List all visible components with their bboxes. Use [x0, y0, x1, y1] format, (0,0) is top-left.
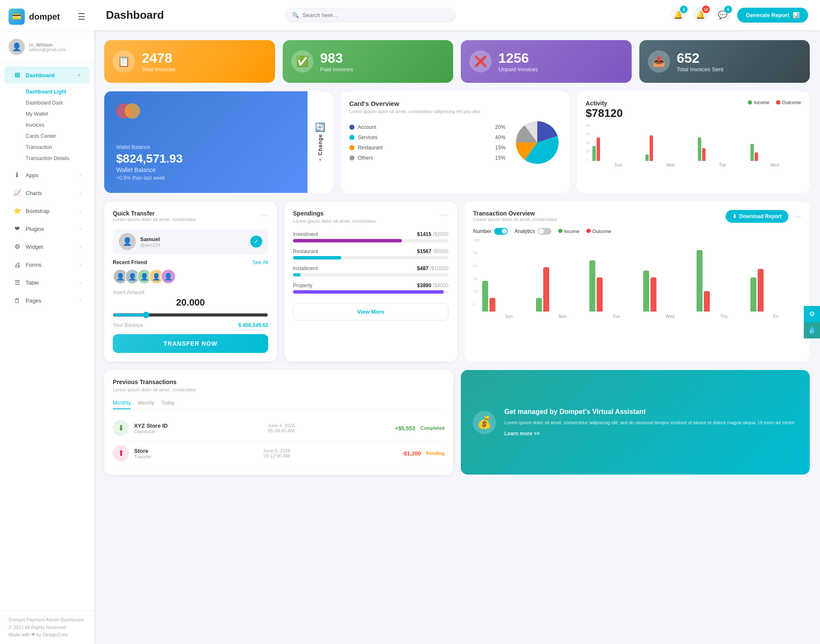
tab-monthly[interactable]: Monthly: [113, 397, 131, 409]
wallet-card: Wallet Balance $824,571.93 Wallet Balanc…: [104, 91, 333, 193]
sidebar-item-invoices[interactable]: Invoices: [21, 119, 94, 131]
transaction-date-2: June 5, 2020 09:12:00 AM: [157, 448, 397, 458]
charts-icon: 📈: [13, 189, 21, 197]
sidebar-item-dashboard-light[interactable]: Dashboard Light: [21, 86, 94, 97]
sidebar-item-plugins[interactable]: ❤ Plugins ›: [4, 220, 90, 237]
bell-badge: 12: [702, 6, 710, 13]
transaction-item-2: ⬆ Store Transfer June 5, 2020 09:12:00 A…: [113, 441, 445, 466]
bell-icon-btn[interactable]: 🔔 12: [693, 7, 708, 23]
settings-side-button[interactable]: ⚙: [804, 306, 820, 322]
transaction-overview-toggles: Number Analytics Income Outcome: [473, 228, 801, 235]
logo-text: dompet: [29, 12, 60, 22]
big-bar-labels: SunMonTueWedThuFri: [482, 314, 801, 319]
previous-transactions-title: Previous Transactions: [113, 379, 445, 385]
tab-today[interactable]: Today: [161, 397, 175, 409]
generate-report-button[interactable]: Generate Report 📊: [737, 8, 808, 23]
download-report-button[interactable]: ⬇ Download Report: [726, 210, 788, 223]
bar-group-wed: [750, 144, 801, 161]
previous-transactions-card: Previous Transactions Lorem ipsum dolor …: [104, 370, 453, 475]
wallet-card-inner: Wallet Balance $824,571.93 Wallet Balanc…: [104, 91, 308, 193]
sidebar-item-forms[interactable]: 🖨 Forms ›: [4, 256, 90, 273]
quick-transfer-menu-button[interactable]: ⋯: [261, 210, 268, 219]
sidebar-item-transaction[interactable]: Transaction: [21, 142, 94, 153]
income-legend: Income: [558, 229, 580, 234]
sidebar-item-dashboard-dark[interactable]: Dashboard Dark: [21, 97, 94, 108]
search-box[interactable]: 🔍: [285, 8, 456, 22]
analytics-toggle[interactable]: [538, 228, 551, 235]
transfer-now-button[interactable]: TRANSFER NOW: [113, 334, 268, 353]
sidebar-item-apps[interactable]: ℹ Apps ›: [4, 166, 90, 184]
amount-slider-wrap[interactable]: [113, 312, 268, 320]
legend-item-account: Account 20%: [349, 122, 506, 132]
outcome-bar-wed: [755, 152, 758, 161]
number-toggle-group: Number: [473, 228, 508, 235]
sidebar-item-pages[interactable]: 🗒 Pages ›: [4, 292, 90, 309]
spendings-menu-button[interactable]: ⋯: [441, 210, 448, 219]
big-bar-chart: [482, 243, 801, 312]
quick-transfer-header: Quick Transfer Lorem ipsum dolor sit ame…: [113, 210, 268, 227]
quick-transfer-subtitle: Lorem ipsum dolor sit amet, consectetur: [113, 217, 196, 222]
sidebar-item-bootstrap[interactable]: ⭐ Bootstrap ›: [4, 202, 90, 219]
bar-labels: SunMonTueWed: [592, 163, 801, 167]
friend-avatar-5: 👤: [161, 269, 176, 284]
sidebar-item-transaction-details[interactable]: Transaction Details: [21, 153, 94, 164]
sidebar-item-widget[interactable]: ⚙ Widget ›: [4, 238, 90, 255]
total-invoices-icon: 📋: [113, 50, 135, 73]
hamburger-button[interactable]: ☰: [78, 12, 85, 22]
view-more-button[interactable]: View More: [293, 303, 448, 321]
total-invoices-number: 2478: [142, 50, 176, 66]
income-legend: Income: [748, 100, 769, 105]
selected-contact: 👤 Samuel @iam224 ✓: [113, 229, 268, 254]
message-icon-btn[interactable]: 💬 5: [715, 7, 730, 23]
cards-overview: Card's Overview Lorem ipsum dolor sit am…: [341, 91, 570, 193]
bar-group-tue: [698, 137, 749, 161]
number-toggle[interactable]: [494, 228, 508, 235]
wallet-change-button[interactable]: 🔄 Change ▼: [308, 91, 333, 193]
water-side-button[interactable]: 💧: [804, 322, 820, 338]
invoices-sent-icon: 📤: [648, 50, 670, 73]
sidebar-item-label: Forms: [26, 262, 41, 268]
sidebar-item-label: Apps: [26, 172, 38, 178]
sidebar-item-label: Pages: [26, 297, 41, 304]
outcome-bar-fri: [758, 269, 764, 312]
sidebar-item-label: Table: [26, 280, 39, 286]
sidebar-item-label: Plugins: [26, 226, 44, 232]
income-bar-thu: [697, 250, 703, 312]
sidebar-item-cards-center[interactable]: Cards Center: [21, 131, 94, 142]
tab-weekly[interactable]: Weekly: [138, 397, 154, 409]
mastercard-orange-circle: [125, 103, 140, 119]
notification-icon-btn[interactable]: 🔔 2: [671, 7, 686, 23]
sidebar-item-my-wallet[interactable]: My Wallet: [21, 108, 94, 119]
chevron-right-icon: ›: [80, 262, 81, 267]
chevron-down-icon: ▼: [318, 157, 322, 162]
bar-chart: [592, 127, 801, 161]
table-icon: ☰: [13, 278, 21, 287]
activity-title: Activity $78120: [586, 100, 623, 120]
income-bar-mon: [645, 154, 649, 161]
outcome-legend: Outcome: [586, 229, 612, 234]
outcome-legend: Outcome: [776, 100, 801, 105]
virtual-assistant-learn-more-link[interactable]: Learn more >>: [504, 431, 540, 437]
number-toggle-label: Number: [473, 228, 492, 234]
amount-display: 20.000: [113, 297, 268, 308]
outcome-bar-mon: [543, 267, 549, 312]
balance-amount: $ 456,345.62: [238, 322, 268, 328]
outcome-bar-wed: [650, 277, 656, 312]
search-input[interactable]: [302, 12, 448, 18]
transaction-status-2: Pending: [426, 451, 445, 456]
logo-icon: 💳: [9, 9, 25, 25]
see-all-link[interactable]: See All: [252, 259, 268, 265]
outcome-bar-mon: [650, 135, 653, 161]
transaction-overview-menu-button[interactable]: ⋯: [794, 212, 801, 221]
plugins-icon: ❤: [13, 224, 21, 233]
amount-slider[interactable]: [113, 312, 268, 318]
sidebar-item-table[interactable]: ☰ Table ›: [4, 274, 90, 291]
transaction-overview-title-group: Transaction Overview Lorem ipsum dolor s…: [473, 210, 557, 222]
virtual-assistant-title: Get managed by Dompet's Virtual Assistan…: [504, 408, 794, 416]
avatar: 👤: [9, 39, 25, 55]
virtual-assistant-body: Lorem ipsum dolor sit amet, consectetur …: [504, 419, 794, 426]
sidebar-item-dashboard[interactable]: ⊞ Dashboard ▼: [4, 67, 90, 84]
sidebar-item-charts[interactable]: 📈 Charts ›: [4, 184, 90, 201]
paid-invoices-info: 983 Paid Invoices: [320, 50, 353, 73]
unpaid-invoices-label: Unpaid Invoices: [498, 66, 538, 73]
